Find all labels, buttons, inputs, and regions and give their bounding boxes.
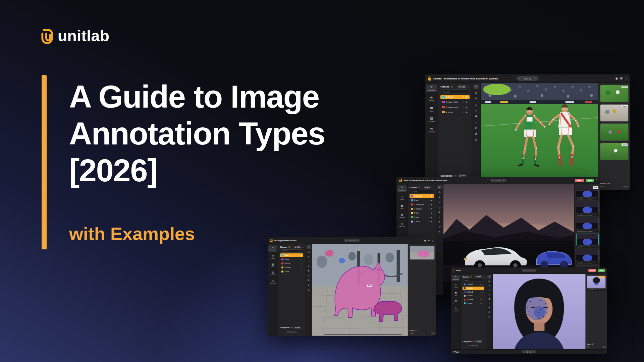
next-image-arrow[interactable]: > [533, 269, 534, 272]
sidebar-item-meta[interactable]: ▦ Meta [397, 203, 407, 210]
undo-tool[interactable]: ↺ [473, 132, 479, 136]
chevron-down-icon[interactable]: ⌄ [483, 341, 485, 343]
class-row-icons[interactable]: ⌖ ⊕ [480, 299, 483, 300]
class-search-input[interactable] [410, 190, 434, 193]
class-search-input[interactable] [463, 279, 484, 282]
class-row-icons[interactable]: ✎ [301, 262, 302, 264]
brush-tool[interactable]: ◐ [473, 120, 479, 124]
class-row[interactable]: 5. Class4 ⌖ ⊕ [463, 298, 484, 301]
class-row-icons[interactable]: ∿ ◉ [428, 204, 433, 205]
class-row-icons[interactable]: ∿ ◉ [463, 111, 468, 113]
thumbnail-image[interactable] [576, 218, 599, 229]
sidebar-item-label-llm[interactable]: ◎ Label-LLM [426, 126, 437, 134]
thumbnail[interactable]: Seen [600, 143, 629, 160]
sidebar-item-history[interactable]: ◴ History [397, 194, 407, 201]
move-tool[interactable]: ⌖ [307, 245, 311, 249]
add-category-button[interactable]: ⊕Add [294, 326, 301, 329]
class-row-icons[interactable]: ∿ ◉ [428, 199, 433, 201]
target-tool[interactable]: ◎ [437, 190, 442, 194]
polygon-tool[interactable]: ◇ [473, 108, 479, 113]
add-class-button[interactable]: ⊕Add [457, 85, 466, 88]
pen-tool[interactable]: ✎ [437, 195, 442, 199]
polygon-tool[interactable]: ◇ [437, 205, 442, 209]
sidebar-item-label-llm[interactable]: ◎ Label-LLM [397, 222, 407, 228]
class-row[interactable]: 3. lower body ∿ ◉ [440, 105, 470, 109]
class-row-icons[interactable]: ∿ ◉ [428, 195, 433, 197]
class-row-icons[interactable]: ⌖ ⊕ [480, 284, 483, 285]
class-row[interactable]: 3. Class2 ⌖ ⊕ [463, 290, 484, 294]
class-row[interactable]: 2. region ⌖ ⊕ [463, 287, 484, 290]
thumbnail-image[interactable] [410, 246, 435, 260]
prev-button[interactable]: Prev [587, 346, 590, 348]
sidebar-item-history[interactable]: ◴ History [426, 95, 437, 103]
next-image-arrow[interactable]: > [503, 179, 504, 181]
brush-tool[interactable]: ◐ [437, 215, 442, 219]
zoom-tool[interactable]: ⊙ [487, 315, 491, 318]
thumbnail[interactable]: https://d3.us-west-2.amaz... [576, 234, 599, 248]
sidebar-item-comments[interactable]: ▤ Comments [268, 270, 277, 277]
grid-icon[interactable]: ⊞ [428, 239, 430, 242]
thumbnail[interactable]: Queued https://d3.us-west-2.ama... [587, 276, 606, 291]
thumbnail[interactable]: Seen https://d3.us-west-2.amaz... [576, 186, 599, 200]
save-button[interactable]: Save [586, 179, 594, 182]
pen-tool[interactable]: ✎ [307, 255, 311, 258]
thumbnail-image[interactable] [600, 123, 629, 141]
erase-tool[interactable]: ⊘ [437, 220, 442, 224]
class-row[interactable]: 4. sheep ✎ [280, 265, 303, 269]
class-row-icons[interactable]: ∿ ◉ [463, 106, 468, 108]
class-search-input[interactable] [280, 249, 303, 253]
grid-icon[interactable]: ⊞ [620, 77, 623, 80]
class-search-input[interactable] [440, 89, 470, 94]
next-button[interactable]: Next [431, 333, 435, 334]
erase-tool[interactable]: ⊘ [473, 126, 479, 130]
thumbnail-image[interactable] [576, 202, 599, 213]
next-image-arrow[interactable]: > [535, 77, 536, 80]
bbox-tool[interactable]: □ [437, 200, 442, 204]
bbox-tool[interactable]: □ [307, 260, 311, 263]
class-row[interactable]: 7. truck ∿ ◉ [410, 220, 434, 223]
add-point-tool[interactable]: ⊕ [473, 114, 479, 118]
undo-tool[interactable]: ↺ [307, 283, 311, 287]
undo-tool[interactable]: ↺ [487, 311, 491, 314]
move-tool[interactable]: ⌖ [437, 185, 442, 189]
sidebar-item-label-llm[interactable]: ◎ Label-LLM [268, 279, 277, 285]
add-category-button[interactable]: ⊕Add [475, 340, 482, 343]
thumbnail-image[interactable]: Seen [600, 143, 629, 160]
move-tool[interactable]: ⌖ [473, 84, 479, 89]
chevron-down-icon[interactable]: ⌄ [468, 174, 470, 177]
thumbnail[interactable]: https://d3.us-west-2.amaz... [576, 202, 599, 216]
class-row-icons[interactable]: ∿ ◉ [463, 96, 468, 98]
class-row-icons[interactable]: ∿ ◉ [463, 101, 468, 103]
add-point-tool[interactable]: ⊕ [307, 269, 311, 273]
chevron-down-icon[interactable]: ⌄ [432, 186, 434, 188]
kebab-menu-icon[interactable]: ⋮ [595, 179, 598, 182]
thumbnail-image[interactable]: Queued [587, 276, 606, 289]
kebab-menu-icon[interactable]: ⋮ [625, 77, 628, 80]
move-tool[interactable]: ⌖ [487, 275, 491, 279]
thumbnail[interactable]: https://d3.us-west-2.amaz... [576, 218, 599, 232]
class-row[interactable]: 1. head ∿ ◉ [440, 95, 470, 99]
polygon-tool[interactable]: ◇ [487, 293, 491, 296]
prev-image-arrow[interactable]: < [519, 77, 521, 80]
add-point-tool[interactable]: ⊕ [437, 210, 442, 214]
thumbnail[interactable]: Seen [600, 85, 629, 102]
sidebar-item-annotation[interactable]: ✎ Annotation [426, 84, 437, 92]
polygon-tool[interactable]: ◇ [307, 264, 311, 268]
annotation-canvas-pose[interactable] [481, 83, 598, 190]
prev-image-arrow[interactable]: < [524, 269, 525, 272]
class-row[interactable]: 5. cow ✎ [280, 269, 303, 273]
sidebar-item-annotation[interactable]: ✎ Annotation [268, 245, 277, 251]
thumbnail[interactable]: Seen [600, 104, 629, 122]
thumbnail[interactable] [410, 246, 435, 260]
dog-label-tag[interactable]: dog [367, 285, 372, 287]
sidebar-item-comments[interactable]: ▤ Comments [451, 299, 460, 305]
prev-page-arrow[interactable]: < [524, 351, 525, 353]
sidebar-item-meta[interactable]: ▦ Meta [426, 105, 437, 113]
class-row[interactable]: 2. upper body ∿ ◉ [440, 100, 470, 104]
prev-button[interactable]: Prev [600, 186, 604, 188]
eye-icon[interactable]: ◉ [424, 239, 426, 242]
thumbnail[interactable] [600, 123, 629, 141]
sidebar-item-history[interactable]: ◴ History [451, 283, 460, 289]
next-button[interactable]: Next > [623, 186, 629, 188]
thumbnail-image[interactable]: Seen [576, 186, 599, 197]
